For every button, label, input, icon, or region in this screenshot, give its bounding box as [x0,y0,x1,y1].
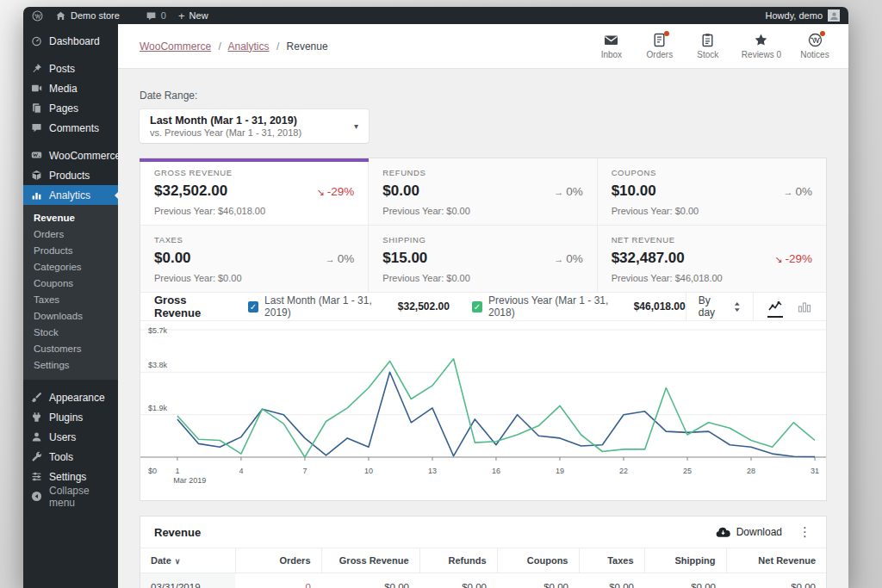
inbox-icon [604,33,618,47]
collapse-icon [31,491,42,502]
summary-card-net-revenue[interactable]: NET REVENUE$32,487.00↘-29%Previous Year:… [598,226,826,293]
line-chart-icon[interactable] [767,299,783,314]
sidebar-item-tools[interactable]: Tools [23,447,118,467]
sidebar-item-label: Pages [49,102,78,115]
dashboard-icon [31,35,42,46]
checkbox-checked-icon[interactable]: ✓ [472,301,482,313]
header-action-stock[interactable]: Stock [693,33,723,59]
plugins-icon [31,412,42,423]
card-value: $0.00 [382,183,419,200]
trend-value: 0% [566,252,583,265]
sidebar-item-comments[interactable]: Comments [23,118,118,138]
submenu-item-coupons[interactable]: Coupons [23,275,118,291]
analytics-icon [31,189,42,201]
comments-shortcut[interactable]: 0 [146,10,166,22]
legend-total: $46,018.00 [634,300,686,313]
card-label: REFUNDS [382,168,582,177]
orders-link[interactable]: 0 [306,582,311,588]
chart-title: Gross Revenue [140,293,248,320]
download-button[interactable]: Download [716,526,782,538]
site-link[interactable]: Demo store [55,10,120,22]
sidebar-item-woocommerce[interactable]: WooCommerce [23,145,118,165]
submenu-item-taxes[interactable]: Taxes [23,291,118,307]
value-cell: $0.00 [497,573,579,588]
submenu-item-downloads[interactable]: Downloads [23,307,118,324]
sidebar-item-products[interactable]: Products [23,165,118,185]
interval-select[interactable]: By day [686,293,753,320]
sidebar-item-label: Tools [49,451,73,463]
header-action-orders[interactable]: Orders [645,33,674,59]
comments-icon [31,122,42,133]
sidebar-item-posts[interactable]: Posts [23,59,118,78]
sidebar-item-users[interactable]: Users [23,427,118,447]
sidebar-item-collapse-menu[interactable]: Collapse menu [23,486,118,506]
breadcrumb-woocommerce-link[interactable]: WooCommerce [140,40,211,53]
header-action-reviews-0[interactable]: Reviews 0 [742,33,781,59]
summary-card-refunds[interactable]: REFUNDS$0.00→0%Previous Year: $0.00 [369,158,597,226]
card-label: SHIPPING [382,235,582,244]
checkbox-checked-icon[interactable]: ✓ [248,301,258,313]
breadcrumb-analytics-link[interactable]: Analytics [228,40,270,53]
interval-label: By day [699,294,729,319]
column-header-taxes[interactable]: Taxes [579,548,644,573]
sidebar-item-label: Settings [49,471,86,483]
sidebar-item-analytics[interactable]: Analytics [23,185,118,205]
header-action-inbox[interactable]: Inbox [597,33,626,59]
wp-logo-menu[interactable] [32,10,43,22]
submenu-item-orders[interactable]: Orders [23,226,118,242]
howdy-label[interactable]: Howdy, demo [766,10,823,21]
column-header-coupons[interactable]: Coupons [497,548,579,573]
avatar[interactable] [828,9,840,22]
chart-body[interactable]: $1.9k$3.8k$5.7k $01471013161922252831Mar… [140,321,826,500]
x-axis-tick-label: 1 [175,467,179,475]
column-header-orders[interactable]: Orders [235,548,321,573]
breadcrumb-separator: / [218,40,220,53]
trend-value: -29% [785,252,812,265]
new-content-button[interactable]: + New [178,9,208,22]
submenu-item-stock[interactable]: Stock [23,324,118,340]
legend-item[interactable]: ✓Last Month (Mar 1 - 31, 2019)$32,502.00 [248,294,450,319]
column-header-refunds[interactable]: Refunds [419,548,497,573]
trend-badge: ↘-29% [774,252,812,265]
value-cell: $0.00 [726,573,826,588]
kebab-menu-icon[interactable]: ⋮ [796,524,814,540]
column-header-net-revenue[interactable]: Net Revenue [726,548,826,573]
value-cell: $0.00 [579,573,644,588]
trend-down-icon: ↘ [317,187,325,197]
submenu-item-products[interactable]: Products [23,242,118,258]
header-action-label: Stock [697,50,718,59]
sidebar-item-appearance[interactable]: Appearance [23,387,118,407]
sidebar-item-media[interactable]: Media [23,78,118,98]
sidebar-item-dashboard[interactable]: Dashboard [23,31,118,51]
trend-flat-icon: → [326,254,335,264]
column-header-date[interactable]: Date∨ [140,548,235,573]
submenu-item-settings[interactable]: Settings [23,356,118,373]
header-action-notices[interactable]: Notices [800,33,829,59]
submenu-item-categories[interactable]: Categories [23,258,118,275]
column-header-shipping[interactable]: Shipping [644,548,726,573]
card-value: $32,487.00 [612,250,685,267]
card-value-row: $32,502.00↘-29% [154,183,354,200]
bar-chart-icon[interactable] [797,299,812,314]
date-range-picker[interactable]: Last Month (Mar 1 - 31, 2019) vs. Previo… [140,109,369,143]
pushpin-icon [31,63,42,74]
summary-card-coupons[interactable]: COUPONS$10.00→0%Previous Year: $0.00 [598,158,826,226]
x-axis-tick-label: 22 [619,467,628,475]
submenu-item-customers[interactable]: Customers [23,340,118,356]
value-cell: $0.00 [644,573,726,588]
value-cell: $0.00 [321,573,419,588]
submenu-item-revenue[interactable]: Revenue [23,209,118,226]
wordpress-icon [808,33,823,47]
summary-card-shipping[interactable]: SHIPPING$15.00→0%Previous Year: $0.00 [369,226,597,293]
summary-card-gross-revenue[interactable]: GROSS REVENUE$32,502.00↘-29%Previous Yea… [140,158,369,226]
sidebar-item-pages[interactable]: Pages [23,98,118,118]
sidebar-item-plugins[interactable]: Plugins [23,407,118,427]
wordpress-logo-icon [32,10,43,22]
column-header-gross-revenue[interactable]: Gross Revenue [321,548,419,573]
summary-card-taxes[interactable]: TAXES$0.00→0%Previous Year: $0.00 [140,226,369,293]
analytics-content: Date Range: Last Month (Mar 1 - 31, 2019… [118,69,848,588]
table-row: 03/31/20190$0.00$0.00$0.00$0.00$0.00$0.0… [140,573,826,588]
legend-item[interactable]: ✓Previous Year (Mar 1 - 31, 2018)$46,018… [472,294,686,319]
trend-badge: →0% [554,252,583,265]
sidebar-item-label: Users [49,431,76,443]
